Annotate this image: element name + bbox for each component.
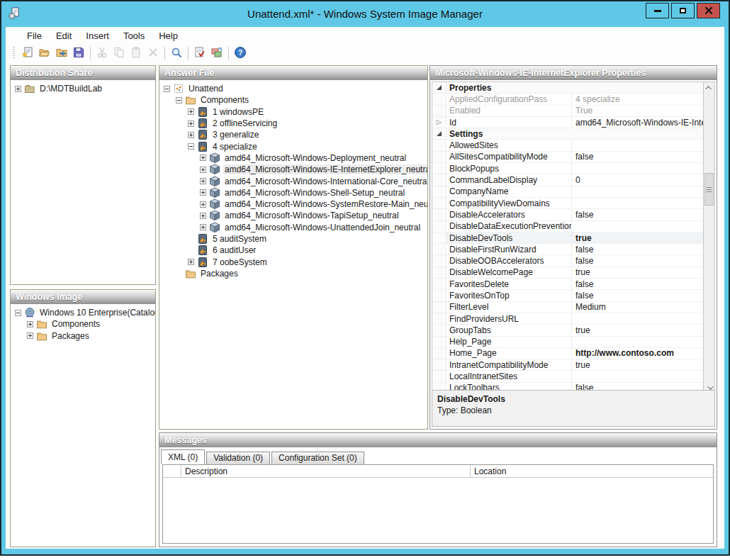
property-row[interactable]: DisableFirstRunWizardfalse (432, 244, 714, 255)
tree-item[interactable]: 1 windowsPE (159, 106, 427, 118)
property-value[interactable]: false (571, 290, 714, 301)
property-value[interactable]: true (571, 325, 714, 335)
open-answer-file-button[interactable] (36, 45, 53, 61)
property-row[interactable]: CompatibilityViewDomains (432, 198, 714, 209)
property-name[interactable]: BlockPopups (447, 164, 571, 174)
expand-icon[interactable] (15, 86, 21, 92)
property-name[interactable]: AppliedConfigurationPass (447, 94, 571, 104)
tab-configuration-set[interactable]: Configuration Set (0) (271, 452, 364, 464)
property-value[interactable] (571, 140, 714, 150)
tree-item[interactable]: amd64_Microsoft-Windows-TapiSetup_neutra… (159, 210, 427, 221)
property-row[interactable]: FavoritesDeletefalse (432, 279, 714, 290)
row-margin[interactable]: ▷ (432, 117, 447, 128)
property-name[interactable]: LocalIntranetSites (447, 371, 571, 381)
property-name[interactable]: Help_Page (447, 337, 571, 347)
property-grid-scrollbar[interactable] (703, 82, 715, 393)
open-windows-image-button[interactable] (53, 45, 70, 61)
property-value[interactable]: http://www.contoso.com (571, 348, 714, 359)
property-value[interactable] (571, 186, 714, 197)
property-row[interactable]: DisableAcceleratorsfalse (432, 209, 714, 220)
property-name[interactable]: Home_Page (447, 348, 571, 358)
property-value[interactable]: True (571, 106, 714, 116)
property-row[interactable]: FavoritesOnTopfalse (432, 290, 714, 301)
menu-insert[interactable]: Insert (79, 28, 116, 43)
location-column-header[interactable]: Location (471, 465, 713, 478)
property-value[interactable]: 4 specialize (571, 94, 714, 104)
tree-item[interactable]: 2 offlineServicing (159, 118, 427, 129)
property-name[interactable]: Enabled (447, 106, 571, 116)
collapse-icon[interactable] (176, 97, 182, 103)
menu-edit[interactable]: Edit (49, 28, 79, 43)
property-value[interactable]: true (571, 267, 714, 278)
collapse-icon[interactable] (15, 310, 21, 316)
new-answer-file-button[interactable] (19, 45, 36, 61)
tree-item[interactable]: Packages (11, 330, 155, 342)
property-value[interactable] (571, 221, 714, 232)
category-collapse-icon[interactable] (437, 85, 442, 90)
property-row[interactable]: DisableOOBAcceleratorsfalse (432, 255, 714, 267)
property-name[interactable]: GroupTabs (447, 325, 571, 335)
expand-icon[interactable] (200, 155, 206, 161)
property-value[interactable]: amd64_Microsoft-Windows-IE-InternetEx (571, 117, 714, 128)
property-value[interactable]: Medium (571, 302, 714, 313)
property-row[interactable]: IntranetCompatibilityModetrue (432, 359, 714, 371)
property-value[interactable]: false (571, 152, 714, 162)
tree-item[interactable]: Components (159, 94, 427, 106)
property-value[interactable]: false (571, 255, 714, 266)
property-value[interactable] (571, 163, 714, 174)
property-row[interactable]: DisableDevToolstrue (432, 233, 714, 244)
scrollbar-thumb[interactable] (704, 173, 714, 206)
description-column-header[interactable]: Description (181, 465, 471, 477)
help-button[interactable]: ? (232, 45, 249, 61)
close-button[interactable] (697, 3, 720, 18)
property-value[interactable] (571, 371, 714, 381)
property-row[interactable]: AppliedConfigurationPass4 specialize (432, 94, 714, 105)
property-row[interactable]: CompanyName (432, 186, 714, 198)
property-name[interactable]: CompatibilityViewDomains (447, 198, 571, 208)
expand-icon[interactable] (188, 121, 194, 127)
expand-icon[interactable] (200, 201, 206, 208)
scroll-up-button[interactable] (704, 82, 714, 94)
save-answer-file-button[interactable] (70, 45, 87, 61)
property-row[interactable]: AllowedSites (432, 140, 714, 151)
expand-icon[interactable] (27, 321, 33, 327)
menu-file[interactable]: File (20, 28, 49, 43)
property-row[interactable]: FindProvidersURL (432, 313, 714, 325)
property-row[interactable]: CommandLabelDisplay0 (432, 174, 714, 186)
property-name[interactable]: DisableWelcomePage (447, 267, 571, 277)
property-name[interactable]: AllSitesCompatibilityMode (447, 152, 571, 162)
create-configuration-set-button[interactable] (208, 45, 225, 61)
property-name[interactable]: CommandLabelDisplay (447, 175, 571, 185)
property-row[interactable]: FilterLevelMedium (432, 302, 714, 313)
property-name[interactable]: FavoritesOnTop (447, 291, 571, 301)
property-value[interactable] (571, 198, 714, 208)
property-value[interactable]: false (571, 244, 714, 254)
tree-item[interactable]: Packages (159, 268, 427, 279)
tab-xml[interactable]: XML (0) (161, 449, 205, 464)
expand-icon[interactable] (200, 213, 206, 219)
tree-item[interactable]: amd64_Microsoft-Windows-Shell-Setup_neut… (159, 187, 427, 198)
menu-help[interactable]: Help (152, 28, 185, 43)
property-value[interactable] (571, 313, 714, 324)
expand-icon[interactable] (27, 332, 33, 339)
tree-item[interactable]: 3 generalize (159, 129, 427, 140)
property-name[interactable]: AllowedSites (447, 140, 571, 150)
maximize-button[interactable] (671, 3, 695, 18)
expand-icon[interactable] (200, 178, 206, 184)
property-name[interactable]: FindProvidersURL (447, 314, 571, 324)
property-row[interactable]: DisableDataExecutionPrevention (432, 221, 714, 233)
property-name[interactable]: CompanyName (447, 186, 571, 196)
expand-icon[interactable] (200, 189, 206, 196)
property-name[interactable]: IntranetCompatibilityMode (447, 360, 571, 370)
tree-item[interactable]: amd64_Microsoft-Windows-UnattendedJoin_n… (159, 222, 427, 233)
tree-item[interactable]: 4 specialize (159, 140, 427, 152)
property-name[interactable]: Id (447, 118, 571, 128)
property-value[interactable]: 0 (571, 174, 714, 185)
validate-answer-file-button[interactable] (191, 45, 208, 61)
tree-item[interactable]: amd64_Microsoft-Windows-International-Co… (159, 175, 427, 186)
category-collapse-icon[interactable] (437, 131, 442, 136)
tree-item[interactable]: 5 auditSystem (159, 233, 427, 245)
row-expand-icon[interactable]: ▷ (437, 119, 442, 125)
property-value[interactable]: true (571, 233, 714, 243)
property-value[interactable]: false (571, 209, 714, 220)
